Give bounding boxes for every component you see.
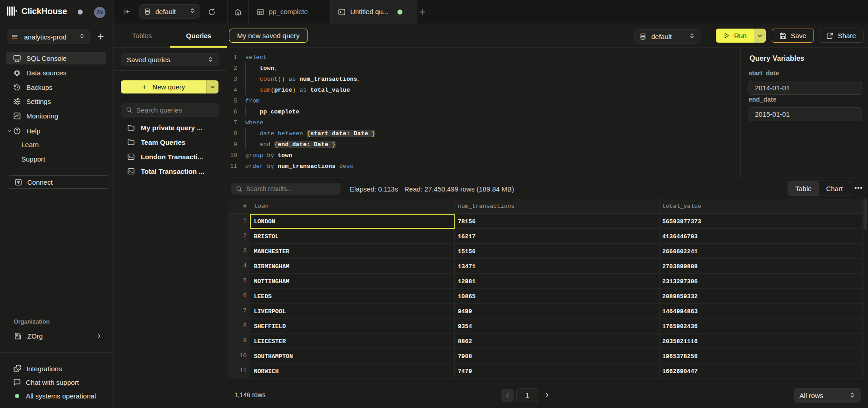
svg-text:aws: aws [12,34,18,38]
